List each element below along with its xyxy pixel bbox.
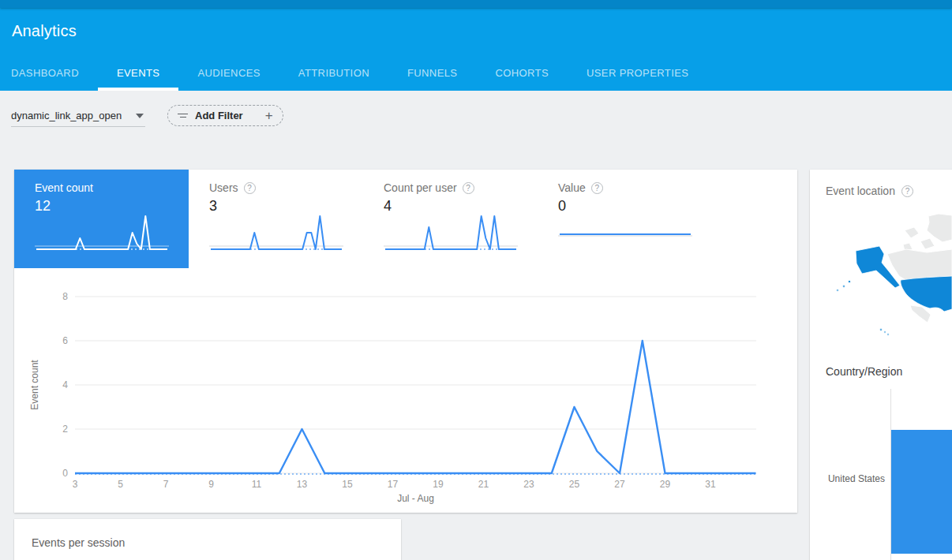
map-aleutian-island	[848, 280, 850, 282]
metric-tab-row: Event count 12 Users? 3 Count per user? …	[14, 170, 712, 268]
plus-icon: +	[265, 109, 273, 122]
map-aleutian-island	[843, 286, 845, 288]
event-count-sparkline	[35, 213, 169, 256]
svg-text:25: 25	[569, 479, 580, 490]
svg-text:13: 13	[297, 479, 308, 490]
count-per-user-sparkline	[384, 213, 518, 256]
svg-text:5: 5	[118, 479, 123, 490]
svg-text:21: 21	[478, 479, 489, 490]
country-bar-label: United States	[828, 473, 885, 484]
tab-funnels[interactable]: FUNNELS	[388, 54, 476, 91]
metric-tab-value[interactable]: Value? 0	[538, 170, 712, 268]
map-hawaii	[887, 334, 889, 335]
events-per-session-card: Events per session	[14, 519, 401, 560]
help-icon[interactable]: ?	[463, 182, 474, 194]
world-map	[810, 213, 952, 347]
event-location-title: Event location	[826, 185, 895, 197]
svg-text:27: 27	[614, 479, 625, 490]
svg-text:8: 8	[62, 291, 68, 302]
svg-text:Jul - Aug: Jul - Aug	[397, 493, 434, 504]
event-metrics-card: Event count 12 Users? 3 Count per user? …	[14, 170, 797, 513]
map-united-states	[901, 276, 952, 312]
help-icon[interactable]: ?	[244, 182, 256, 194]
svg-text:11: 11	[252, 479, 262, 490]
app-header: Analytics DASHBOARD EVENTS AUDIENCES ATT…	[0, 8, 952, 91]
tab-events[interactable]: EVENTS	[98, 54, 178, 91]
svg-text:3: 3	[73, 479, 78, 490]
filter-bar: dynamic_link_app_open Add Filter +	[0, 91, 952, 138]
united-states-bar	[891, 430, 952, 554]
metric-value: 0	[558, 198, 566, 215]
nav-tab-bar: DASHBOARD EVENTS AUDIENCES ATTRIBUTION F…	[11, 54, 707, 91]
svg-text:7: 7	[163, 479, 169, 490]
tab-cohorts[interactable]: COHORTS	[476, 54, 568, 91]
svg-text:29: 29	[660, 479, 671, 490]
svg-text:9: 9	[208, 479, 214, 490]
svg-text:0: 0	[62, 468, 68, 479]
metric-value: 4	[384, 198, 392, 215]
chevron-down-icon	[136, 114, 144, 118]
svg-text:17: 17	[388, 479, 399, 490]
event-select-dropdown[interactable]: dynamic_link_app_open	[11, 105, 145, 127]
map-arctic-island	[905, 227, 919, 238]
tab-audiences[interactable]: AUDIENCES	[178, 54, 279, 91]
svg-text:4: 4	[62, 379, 68, 390]
event-select-value: dynamic_link_app_open	[11, 110, 122, 121]
help-icon[interactable]: ?	[591, 182, 603, 194]
map-arctic-island	[920, 238, 935, 249]
svg-text:23: 23	[523, 479, 534, 490]
map-greenland	[927, 214, 952, 242]
metric-tab-event-count[interactable]: Event count 12	[14, 170, 189, 268]
svg-text:15: 15	[342, 479, 353, 490]
map-hawaii	[884, 331, 886, 333]
browser-top-strip	[0, 0, 952, 8]
active-tab-indicator	[98, 88, 178, 91]
event-count-line-chart: 0246835791113151719212325272931Jul - Aug…	[14, 284, 797, 513]
event-location-card: Event location ? Coun	[810, 170, 952, 560]
svg-text:2: 2	[62, 424, 68, 435]
metric-tab-count-per-user[interactable]: Count per user? 4	[363, 170, 538, 268]
svg-text:Event count: Event count	[29, 360, 40, 410]
tab-dashboard[interactable]: DASHBOARD	[11, 54, 98, 91]
metric-value: 3	[209, 198, 217, 215]
svg-text:19: 19	[433, 479, 444, 490]
svg-text:6: 6	[62, 335, 68, 346]
metric-value: 12	[35, 198, 51, 215]
users-sparkline	[209, 213, 343, 256]
filter-list-icon	[178, 111, 188, 119]
analytics-page: Analytics DASHBOARD EVENTS AUDIENCES ATT…	[0, 0, 952, 560]
map-hawaii	[880, 329, 883, 331]
map-aleutian-island	[837, 289, 839, 292]
svg-text:31: 31	[705, 479, 716, 490]
metric-tab-users[interactable]: Users? 3	[189, 170, 363, 268]
tab-user-properties[interactable]: USER PROPERTIES	[568, 54, 707, 91]
events-per-session-title: Events per session	[32, 536, 125, 549]
tab-attribution[interactable]: ATTRIBUTION	[279, 54, 388, 91]
page-title: Analytics	[12, 22, 77, 40]
value-sparkline	[558, 213, 692, 256]
help-icon[interactable]: ?	[901, 185, 913, 197]
country-region-heading: Country/Region	[826, 365, 902, 378]
add-filter-button[interactable]: Add Filter +	[167, 105, 283, 126]
